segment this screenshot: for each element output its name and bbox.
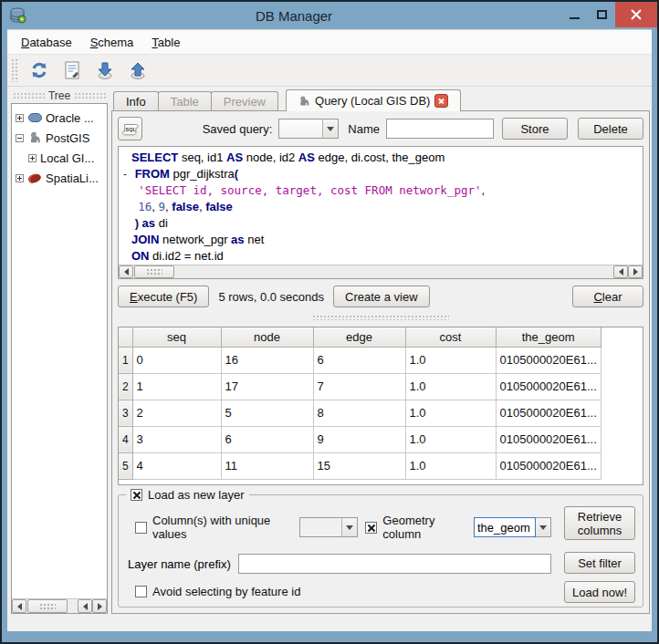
retrieve-columns-button[interactable]: Retrieve columns: [564, 506, 635, 540]
column-header-cost[interactable]: cost: [405, 327, 496, 347]
table-cell[interactable]: 1.0: [405, 426, 496, 452]
geometry-column-input[interactable]: [474, 517, 536, 537]
scroll-left-button[interactable]: [613, 265, 628, 278]
table-row[interactable]: 43691.00105000020E61...: [119, 426, 601, 452]
table-cell[interactable]: 1.0: [405, 400, 496, 426]
sql-code-line[interactable]: 'SELECT id, source, target, cost FROM ne…: [119, 182, 643, 199]
sql-code-line[interactable]: JOIN network_pgr as net: [119, 232, 643, 248]
fold-marker-icon[interactable]: -: [119, 166, 131, 182]
expand-icon[interactable]: [16, 114, 24, 122]
splitter-handle[interactable]: [118, 314, 643, 321]
chevron-down-icon[interactable]: [536, 517, 551, 537]
geometry-column-combo[interactable]: [474, 517, 551, 537]
table-cell[interactable]: 11: [221, 452, 313, 479]
results-table[interactable]: seqnodeedgecostthe_geom101661.0010500002…: [118, 327, 643, 485]
sql-query-button[interactable]: SQL: [118, 117, 142, 140]
unique-values-checkbox[interactable]: [135, 522, 147, 534]
load-as-new-layer-checkbox[interactable]: [131, 489, 142, 501]
sql-code-line[interactable]: ) as di: [119, 215, 643, 232]
menu-schema[interactable]: Schema: [82, 33, 142, 52]
expand-icon[interactable]: [28, 154, 37, 162]
table-cell[interactable]: 6: [313, 347, 405, 373]
tab-preview[interactable]: Preview: [211, 91, 278, 110]
load-now-button[interactable]: Load now!: [564, 581, 635, 603]
scroll-left-button[interactable]: [12, 599, 26, 613]
scroll-right-button[interactable]: [628, 265, 643, 278]
menu-database[interactable]: Database: [13, 33, 80, 52]
table-cell[interactable]: 5: [221, 400, 313, 426]
geometry-column-option[interactable]: Geometry column: [365, 514, 466, 541]
table-row[interactable]: 211771.00105000020E61...: [119, 373, 601, 400]
tree-item-local-gis[interactable]: Local GI...: [12, 148, 107, 168]
table-row[interactable]: 5411151.00105000020E61...: [119, 452, 601, 479]
sql-code-line[interactable]: SELECT seq, id1 AS node, id2 AS edge, di…: [119, 150, 643, 166]
table-cell[interactable]: 0: [132, 347, 221, 373]
scroll-right-button[interactable]: [92, 599, 107, 613]
tree-item-postgis[interactable]: PostGIS: [12, 128, 107, 148]
table-cell[interactable]: 1.0: [405, 347, 496, 373]
tree-item-oracle[interactable]: Oracle ...: [12, 108, 107, 128]
table-row[interactable]: 101661.00105000020E61...: [119, 347, 601, 373]
store-button[interactable]: Store: [502, 118, 568, 140]
scrollbar-thumb[interactable]: [134, 265, 174, 278]
sql-code-line[interactable]: - FROM pgr_dijkstra(: [119, 166, 643, 182]
tab-table[interactable]: Table: [158, 91, 212, 110]
table-cell[interactable]: 0105000020E61...: [496, 400, 601, 426]
set-filter-button[interactable]: Set filter: [564, 552, 635, 574]
export-layer-button[interactable]: [124, 57, 152, 84]
delete-button[interactable]: Delete: [578, 118, 643, 140]
tree-horizontal-scrollbar[interactable]: [12, 598, 107, 613]
avoid-selecting-checkbox[interactable]: [135, 586, 147, 597]
collapse-icon[interactable]: [16, 134, 24, 142]
sql-editor[interactable]: SELECT seq, id1 AS node, id2 AS edge, di…: [118, 146, 643, 279]
table-cell[interactable]: 8: [313, 400, 405, 426]
table-cell[interactable]: 1.0: [405, 373, 496, 400]
sql-code-area[interactable]: SELECT seq, id1 AS node, id2 AS edge, di…: [119, 147, 643, 265]
table-cell[interactable]: 9: [313, 426, 405, 452]
clear-button[interactable]: Clear: [572, 286, 643, 307]
table-cell[interactable]: 7: [313, 373, 405, 400]
table-cell[interactable]: 3: [132, 426, 221, 452]
table-cell[interactable]: 0105000020E61...: [496, 426, 601, 452]
maximize-button[interactable]: [588, 2, 615, 27]
table-cell[interactable]: 0105000020E61...: [496, 452, 601, 479]
table-row[interactable]: 32581.00105000020E61...: [119, 400, 601, 426]
row-header[interactable]: 3: [119, 400, 132, 426]
column-header-the_geom[interactable]: the_geom: [496, 327, 601, 347]
row-header[interactable]: 4: [119, 426, 132, 452]
scroll-left-button[interactable]: [78, 599, 92, 613]
table-cell[interactable]: 15: [313, 452, 405, 479]
toolbar-drag-handle[interactable]: [11, 58, 18, 82]
saved-query-combo[interactable]: [278, 119, 339, 139]
table-cell[interactable]: 2: [132, 400, 221, 426]
table-cell[interactable]: 6: [221, 426, 313, 452]
close-button[interactable]: [615, 2, 657, 27]
import-layer-button[interactable]: [91, 57, 119, 84]
minimize-button[interactable]: [560, 2, 588, 27]
tab-info[interactable]: Info: [113, 91, 159, 110]
menu-table[interactable]: Table: [143, 33, 188, 52]
create-view-button[interactable]: Create a view: [333, 286, 429, 307]
sql-code-line[interactable]: ON di.id2 = net.id: [119, 248, 643, 265]
row-header[interactable]: 5: [119, 452, 132, 479]
scroll-left-button[interactable]: [119, 265, 133, 278]
table-cell[interactable]: 17: [221, 373, 313, 400]
table-cell[interactable]: 0105000020E61...: [496, 373, 601, 400]
tree-item-spatialite[interactable]: SpatiaLi...: [12, 168, 107, 188]
column-header-edge[interactable]: edge: [313, 327, 405, 347]
refresh-button[interactable]: [26, 57, 53, 84]
table-cell[interactable]: 1: [132, 373, 221, 400]
row-header[interactable]: 2: [119, 373, 132, 400]
query-name-input[interactable]: [386, 119, 494, 139]
unique-values-option[interactable]: Column(s) with unique values: [135, 514, 292, 541]
execute-button[interactable]: Execute (F5): [118, 286, 209, 307]
table-corner-header[interactable]: [119, 327, 132, 347]
avoid-selecting-option[interactable]: Avoid selecting by feature id: [135, 585, 300, 598]
row-header[interactable]: 1: [119, 347, 132, 373]
tab-close-button[interactable]: [434, 94, 448, 108]
geometry-column-checkbox[interactable]: [365, 522, 377, 534]
table-cell[interactable]: 16: [221, 347, 313, 373]
sql-code-line[interactable]: 16, 9, false, false: [119, 199, 643, 215]
tab-query[interactable]: Query (Local GIS DB): [286, 89, 461, 111]
unique-values-combo[interactable]: [299, 517, 358, 537]
